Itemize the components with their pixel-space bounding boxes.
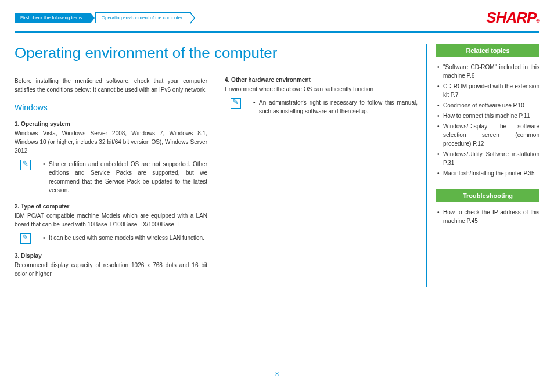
pencil-icon	[20, 233, 31, 244]
pencil-icon	[231, 98, 241, 109]
related-link[interactable]: CD-ROM provided with the extension kit P…	[436, 82, 539, 99]
related-link[interactable]: "Software CD-ROM" included in this machi…	[436, 63, 539, 80]
section-display: 3. Display Recommend display capacity of…	[15, 253, 207, 278]
section-hardware: 4. Other hardware environment Environmen…	[225, 77, 418, 116]
note-hardware: An administrator's right is necessary to…	[225, 98, 418, 116]
trouble-link[interactable]: How to check the IP address of this mach…	[436, 208, 539, 225]
header: First check the following items Operatin…	[0, 0, 554, 31]
note-os: Starter edition and embedded OS are not …	[15, 160, 207, 195]
related-topics-list: "Software CD-ROM" included in this machi…	[436, 63, 539, 178]
note-computer-item: It can be used with some models with wir…	[43, 233, 207, 242]
section-os: 1. Operating system Windows Vista, Windo…	[15, 121, 207, 195]
header-divider	[15, 31, 539, 33]
section-hardware-heading: 4. Other hardware environment	[225, 77, 418, 83]
main-content: Operating environment of the computer Be…	[15, 44, 418, 287]
page-number: 8	[275, 371, 279, 377]
section-os-text: Windows Vista, Windows Server 2008, Wind…	[15, 129, 207, 155]
windows-heading: Windows	[15, 103, 207, 112]
related-link[interactable]: Windows/Display the software selection s…	[436, 122, 539, 148]
breadcrumb-prev[interactable]: First check the following items	[15, 13, 91, 23]
related-link[interactable]: Windows/Utility Software installation P.…	[436, 150, 539, 167]
sidebar: Related topics "Software CD-ROM" include…	[426, 44, 539, 287]
note-hardware-item: An administrator's right is necessary to…	[253, 98, 418, 116]
troubleshooting-header: Troubleshooting	[436, 189, 539, 202]
related-link[interactable]: Macintosh/Installing the printer P.35	[436, 169, 539, 178]
related-topics-header: Related topics	[436, 44, 539, 57]
section-os-heading: 1. Operating system	[15, 121, 207, 127]
intro-text: Before installing the mentioned software…	[15, 77, 207, 94]
section-computer-heading: 2. Type of computer	[15, 203, 207, 210]
section-computer: 2. Type of computer IBM PC/AT compatible…	[15, 203, 207, 244]
breadcrumb: First check the following items Operatin…	[15, 12, 196, 23]
section-hardware-text: Environment where the above OS can suffi…	[225, 85, 418, 93]
sharp-logo: SHARP®	[486, 9, 539, 27]
section-display-text: Recommend display capacity of resolution…	[15, 261, 207, 278]
related-link[interactable]: Conditions of software use P.10	[436, 101, 539, 110]
breadcrumb-current: Operating environment of the computer	[95, 12, 191, 23]
note-os-item: Starter edition and embedded OS are not …	[43, 160, 207, 195]
related-link[interactable]: How to connect this machine P.11	[436, 112, 539, 120]
troubleshooting-list: How to check the IP address of this mach…	[436, 208, 539, 225]
section-display-heading: 3. Display	[15, 253, 207, 259]
pencil-icon	[20, 160, 31, 170]
section-computer-text: IBM PC/AT compatible machine Models whic…	[15, 211, 207, 229]
page-title: Operating environment of the computer	[15, 44, 418, 62]
note-computer: It can be used with some models with wir…	[15, 233, 207, 244]
